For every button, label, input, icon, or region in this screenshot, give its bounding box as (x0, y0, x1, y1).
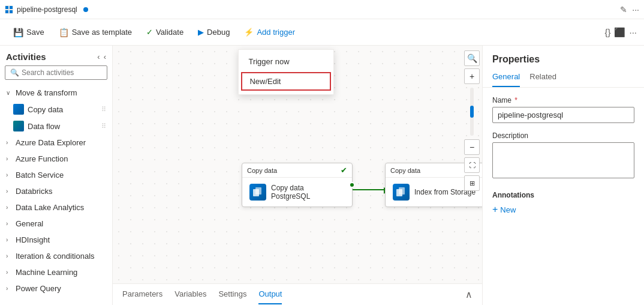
sidebar-category-datalake[interactable]: › Data Lake Analytics (0, 199, 112, 216)
category-label-powerquery: Power Query (16, 284, 61, 293)
properties-body: Name * Description Annotations + New (483, 88, 644, 305)
category-label-databricks: Databricks (16, 187, 52, 196)
unsaved-indicator (83, 7, 88, 12)
name-field-group: Name * (492, 96, 634, 131)
debug-label: Debug (207, 28, 230, 37)
new-edit-item[interactable]: New/Edit (241, 72, 331, 91)
fit-view-button[interactable]: ⛶ (464, 157, 480, 173)
zoom-out-button[interactable]: − (464, 139, 480, 155)
layout-button[interactable]: ⊞ (464, 175, 480, 191)
chevron-right-icon-7: › (6, 237, 13, 243)
node1-header: Copy data ✔ (242, 163, 352, 178)
sidebar: Activities ‹ ‹ 🔍 ∨ Move & transform Copy… (0, 46, 113, 305)
search-box: 🔍 (5, 65, 107, 80)
node1-label: Copy data PostgreSQL (271, 184, 345, 201)
annotations-section: Annotations + New (492, 191, 634, 215)
collapse-left-icon[interactable]: ‹ (97, 52, 100, 61)
title-bar-actions: ✎ ··· (620, 5, 639, 14)
trigger-now-item[interactable]: Trigger now (239, 52, 333, 71)
node1-title: Copy data (247, 167, 277, 174)
svg-rect-2 (5, 10, 8, 13)
sidebar-category-databricks[interactable]: › Databricks (0, 183, 112, 199)
sidebar-category-iteration[interactable]: › Iteration & conditionals (0, 248, 112, 264)
debug-button[interactable]: ▶ Debug (192, 25, 236, 39)
sidebar-category-general[interactable]: › General (0, 216, 112, 232)
category-label-general: General (16, 219, 43, 228)
chevron-right-icon-3: › (6, 172, 13, 178)
validate-button[interactable]: ✓ Validate (140, 25, 189, 39)
properties-title: Properties (492, 54, 540, 64)
drag-handle: ⠿ (101, 106, 106, 113)
tab-output[interactable]: Output (258, 285, 282, 304)
sidebar-collapse-icons: ‹ ‹ (97, 52, 106, 61)
bottom-tabs: Parameters Variables Settings Output ∧ (113, 283, 482, 305)
category-label-hdinsight: HDInsight (16, 235, 50, 244)
chevron-down-icon: ∨ (6, 89, 13, 96)
sidebar-item-copy-data[interactable]: Copy data ⠿ (0, 101, 112, 118)
name-input[interactable] (492, 107, 634, 123)
description-field-group: Description (492, 131, 634, 189)
toolbar-more-icon[interactable]: ··· (629, 27, 637, 37)
category-label-function: Azure Function (16, 154, 68, 163)
add-trigger-label: Add trigger (257, 28, 295, 37)
sidebar-title: Activities (6, 52, 46, 62)
prop-tab-general[interactable]: General (492, 72, 520, 87)
search-canvas-button[interactable]: 🔍 (464, 50, 480, 66)
toolbar: 💾 Save 📋 Save as template ✓ Validate ▶ D… (0, 19, 644, 46)
sidebar-category-azure-function[interactable]: › Azure Function (0, 151, 112, 167)
zoom-slider[interactable] (470, 88, 474, 136)
save-template-button[interactable]: 📋 Save as template (53, 25, 138, 40)
debug-icon: ▶ (198, 28, 204, 37)
sidebar-category-hdinsight[interactable]: › HDInsight (0, 232, 112, 248)
node1-body: Copy data PostgreSQL (242, 178, 352, 207)
chevron-right-icon-8: › (6, 253, 13, 259)
search-input[interactable] (22, 68, 112, 77)
tab-close-icon[interactable]: ∧ (465, 289, 473, 300)
name-label: Name * (492, 96, 634, 104)
save-button[interactable]: 💾 Save (7, 25, 50, 40)
app-icon (5, 5, 13, 14)
connector-line (353, 189, 385, 190)
add-trigger-button[interactable]: ⚡ Add trigger (238, 25, 301, 39)
add-annotation-button[interactable]: + New (492, 204, 516, 215)
sidebar-category-move-transform[interactable]: ∨ Move & transform (0, 85, 112, 101)
category-label-explorer: Azure Data Explorer (16, 138, 86, 147)
node1-icon (249, 184, 266, 201)
chevron-right-icon: › (6, 139, 13, 146)
description-textarea[interactable] (492, 142, 634, 178)
zoom-in-button[interactable]: + (464, 68, 480, 84)
node2-icon (393, 184, 410, 201)
svg-rect-0 (5, 6, 8, 9)
validate-label: Validate (156, 28, 183, 37)
tab-parameters[interactable]: Parameters (122, 285, 162, 304)
tab-settings[interactable]: Settings (218, 285, 246, 304)
copy-data-icon (13, 104, 24, 115)
node1-check-icon: ✔ (341, 166, 347, 175)
sidebar-category-powerquery[interactable]: › Power Query (0, 280, 112, 297)
sidebar-item-data-flow[interactable]: Data flow ⠿ (0, 118, 112, 134)
svg-rect-5 (255, 187, 261, 195)
save-template-label: Save as template (72, 28, 132, 37)
properties-panel: Properties General Related Name * Descri… (482, 46, 644, 305)
svg-rect-1 (10, 6, 13, 9)
sidebar-category-azure-explorer[interactable]: › Azure Data Explorer (0, 134, 112, 151)
sidebar-category-batch[interactable]: › Batch Service (0, 167, 112, 183)
category-label-ml: Machine Learning (16, 268, 77, 277)
sidebar-category-ml[interactable]: › Machine Learning (0, 264, 112, 280)
code-icon[interactable]: {} (604, 27, 610, 37)
save-icon: 💾 (13, 28, 23, 37)
edit-icon[interactable]: ✎ (620, 5, 627, 14)
title-bar: pipeline-postgresql ✎ ··· (0, 0, 644, 19)
more-options-icon[interactable]: ··· (632, 5, 639, 14)
add-trigger-dropdown: ⚡ Add trigger Trigger now New/Edit (238, 25, 301, 39)
chevron-right-icon-9: › (6, 269, 13, 276)
prop-tab-related[interactable]: Related (529, 72, 556, 87)
collapse-icon[interactable]: ‹ (104, 52, 106, 61)
node-copy-postgresql[interactable]: Copy data ✔ Copy data PostgreSQL (242, 163, 353, 207)
category-label-datalake: Data Lake Analytics (16, 203, 84, 212)
monitor-icon[interactable]: ⬛ (614, 27, 625, 38)
tab-variables[interactable]: Variables (174, 285, 206, 304)
annotations-title: Annotations (492, 191, 634, 199)
properties-header: Properties (483, 46, 644, 67)
description-label: Description (492, 131, 634, 140)
